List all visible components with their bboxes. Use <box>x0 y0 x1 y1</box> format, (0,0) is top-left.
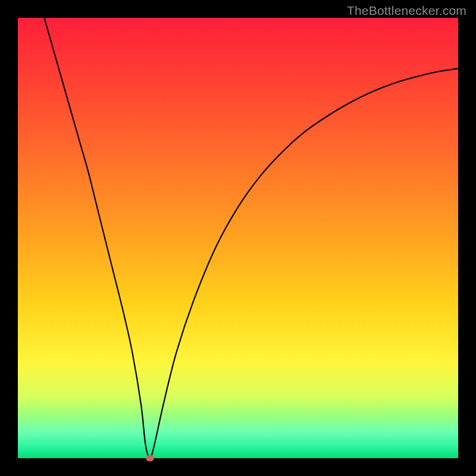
plot-area <box>18 18 458 458</box>
optimum-marker <box>146 455 154 462</box>
curve-svg <box>18 18 458 458</box>
bottleneck-curve <box>44 18 458 458</box>
watermark-text: TheBottlenecker.com <box>347 4 466 18</box>
chart-frame: TheBottlenecker.com <box>0 0 476 476</box>
